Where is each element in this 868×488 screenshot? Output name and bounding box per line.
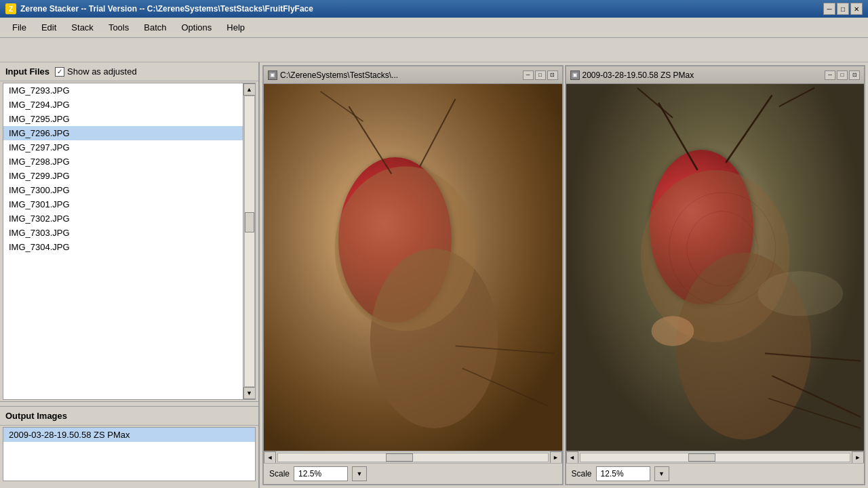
right-h-scroll-right[interactable]: ► <box>852 451 864 464</box>
output-images-header: Output Images <box>0 407 258 426</box>
left-viewer-footer: Scale ▼ <box>264 463 562 484</box>
left-h-scroll-track <box>277 453 549 462</box>
menu-item-tools[interactable]: Tools <box>102 20 136 35</box>
right-scale-label: Scale <box>572 469 592 479</box>
svg-line-13 <box>637 88 672 118</box>
svg-line-11 <box>658 103 698 170</box>
file-item[interactable]: IMG_7300.JPG <box>3 183 243 197</box>
right-viewer-scrollbar-h: ◄ ► <box>566 451 865 463</box>
svg-line-14 <box>778 88 814 107</box>
input-files-label: Input Files <box>5 66 50 77</box>
close-button[interactable]: ✕ <box>850 3 863 15</box>
title-bar-controls: ─ □ ✕ <box>823 3 863 15</box>
file-item[interactable]: IMG_7294.JPG <box>3 98 243 112</box>
viewer-icon-left: ▣ <box>268 70 277 80</box>
menu-item-options[interactable]: Options <box>174 20 218 35</box>
output-images-section: Output Images 2009-03-28-19.50.58 ZS PMa… <box>0 407 258 488</box>
left-viewer-titlebar: ▣ C:\ZereneSystems\TestStacks\... ─ □ ⊡ <box>264 66 562 84</box>
left-image-viewer: ▣ C:\ZereneSystems\TestStacks\... ─ □ ⊡ <box>262 65 564 485</box>
scroll-up-button[interactable]: ▲ <box>243 83 256 96</box>
svg-point-8 <box>640 170 789 342</box>
menu-item-edit[interactable]: Edit <box>35 20 63 35</box>
left-viewer-scrollbar-h: ◄ ► <box>264 451 562 463</box>
fly-details-svg-left <box>264 84 562 451</box>
file-list-container: IMG_7293.JPGIMG_7294.JPGIMG_7295.JPGIMG_… <box>3 83 256 400</box>
file-item[interactable]: IMG_7302.JPG <box>3 211 243 226</box>
left-viewer-minimize[interactable]: ─ <box>523 70 534 80</box>
main-content: Input Files ✓ Show as adjusted IMG_7293.… <box>0 62 868 488</box>
title-bar: Z Zerene Stacker -- Trial Version -- C:\… <box>0 0 868 18</box>
svg-point-19 <box>757 271 843 316</box>
menu-item-stack[interactable]: Stack <box>64 20 100 35</box>
svg-point-18 <box>651 316 694 346</box>
scroll-thumb[interactable] <box>245 212 254 232</box>
maximize-button[interactable]: □ <box>837 3 849 15</box>
scroll-down-button[interactable]: ▼ <box>243 387 256 399</box>
right-scale-input[interactable] <box>596 466 650 481</box>
file-item[interactable]: IMG_7293.JPG <box>3 83 243 98</box>
file-item[interactable]: IMG_7298.JPG <box>3 155 243 169</box>
file-scrollbar: ▲ ▼ <box>243 83 255 399</box>
right-h-scroll-thumb[interactable] <box>688 453 715 462</box>
right-viewer-content <box>566 84 865 451</box>
right-viewer-maximize[interactable]: ⊡ <box>849 70 860 80</box>
menu-item-help[interactable]: Help <box>220 20 252 35</box>
left-h-scroll-left[interactable]: ◄ <box>264 451 276 464</box>
input-files-header: Input Files ✓ Show as adjusted <box>0 62 258 81</box>
output-item[interactable]: 2009-03-28-19.50.58 ZS PMax <box>3 428 255 442</box>
file-item[interactable]: IMG_7303.JPG <box>3 226 243 240</box>
left-panel: Input Files ✓ Show as adjusted IMG_7293.… <box>0 62 260 488</box>
right-fly-image <box>566 84 865 451</box>
app-icon: Z <box>5 3 16 14</box>
right-viewer-controls: ─ □ ⊡ <box>825 70 860 80</box>
title-bar-text: Zerene Stacker -- Trial Version -- C:\Ze… <box>20 4 313 14</box>
minimize-button[interactable]: ─ <box>823 3 835 15</box>
viewers-panel: ▣ C:\ZereneSystems\TestStacks\... ─ □ ⊡ <box>260 62 868 488</box>
file-item[interactable]: IMG_7297.JPG <box>3 140 243 155</box>
right-viewer-minimize[interactable]: ─ <box>825 70 835 80</box>
right-viewer-title: 2009-03-28-19.50.58 ZS PMax <box>583 70 823 80</box>
toolbar <box>0 38 868 62</box>
right-viewer-restore[interactable]: □ <box>837 70 848 80</box>
svg-line-12 <box>726 96 772 163</box>
file-item[interactable]: IMG_7301.JPG <box>3 197 243 211</box>
left-scale-input[interactable] <box>294 466 348 481</box>
right-viewer-titlebar: ▣ 2009-03-28-19.50.58 ZS PMax ─ □ ⊡ <box>566 66 865 84</box>
panel-divider <box>0 401 258 407</box>
right-scale-dropdown[interactable]: ▼ <box>654 466 669 481</box>
file-item[interactable]: IMG_7296.JPG <box>3 126 243 140</box>
left-viewer-title: C:\ZereneSystems\TestStacks\... <box>280 70 520 80</box>
left-fly-image <box>264 84 562 451</box>
viewer-icon-right: ▣ <box>570 70 580 80</box>
left-viewer-maximize[interactable]: ⊡ <box>547 70 558 80</box>
left-h-scroll-thumb[interactable] <box>386 453 413 462</box>
left-viewer-content <box>264 84 562 451</box>
left-viewer-controls: ─ □ ⊡ <box>523 70 558 80</box>
file-list: IMG_7293.JPGIMG_7294.JPGIMG_7295.JPGIMG_… <box>3 83 243 399</box>
show-adjusted-checkbox[interactable]: ✓ <box>55 67 64 77</box>
title-bar-left: Z Zerene Stacker -- Trial Version -- C:\… <box>5 3 313 14</box>
left-viewer-restore[interactable]: □ <box>535 70 546 80</box>
svg-line-3 <box>420 99 455 166</box>
show-adjusted-container: ✓ Show as adjusted <box>55 66 137 77</box>
right-viewer-footer: Scale ▼ <box>566 463 865 484</box>
menu-bar: FileEditStackToolsBatchOptionsHelp <box>0 18 868 38</box>
svg-point-1 <box>335 166 477 331</box>
file-item[interactable]: IMG_7304.JPG <box>3 240 243 254</box>
scroll-track <box>244 96 255 387</box>
menu-item-file[interactable]: File <box>5 20 33 35</box>
left-scale-dropdown[interactable]: ▼ <box>352 466 367 481</box>
menu-item-batch[interactable]: Batch <box>137 20 173 35</box>
left-scale-label: Scale <box>269 469 290 479</box>
file-item[interactable]: IMG_7295.JPG <box>3 112 243 126</box>
right-h-scroll-track <box>580 453 851 462</box>
show-adjusted-label: Show as adjusted <box>67 66 137 77</box>
output-list: 2009-03-28-19.50.58 ZS PMax <box>3 427 256 481</box>
left-h-scroll-right[interactable]: ► <box>550 451 562 464</box>
right-image-viewer: ▣ 2009-03-28-19.50.58 ZS PMax ─ □ ⊡ <box>565 65 866 485</box>
svg-line-4 <box>321 92 363 121</box>
file-item[interactable]: IMG_7299.JPG <box>3 169 243 183</box>
fly-details-svg-right <box>566 84 865 451</box>
right-h-scroll-left[interactable]: ◄ <box>566 451 578 464</box>
